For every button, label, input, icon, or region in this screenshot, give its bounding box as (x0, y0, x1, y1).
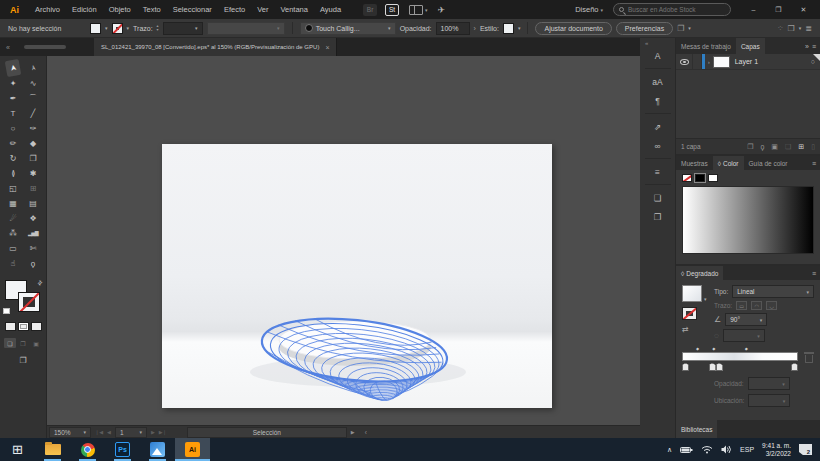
scrollbar-left-icon[interactable]: ‹ (365, 429, 367, 436)
delete-layer-icon[interactable]: ▯ (811, 143, 815, 151)
screen-mode-icon[interactable]: ❐ (19, 356, 26, 365)
menu-ver[interactable]: Ver (251, 5, 274, 14)
symbol-sprayer-tool[interactable]: ⁂ (5, 226, 21, 240)
pen-tool[interactable]: ✒ (5, 91, 21, 105)
layer-thumbnail[interactable] (713, 56, 730, 68)
status-expand-icon[interactable]: ▶ (351, 429, 355, 435)
artboard[interactable] (162, 144, 552, 408)
menu-ayuda[interactable]: Ayuda (314, 5, 347, 14)
gradient-stroke-proxy[interactable] (682, 307, 697, 320)
panel-cycle-icon[interactable]: ◊ (681, 270, 684, 277)
character-styles-panel-icon[interactable]: aA (645, 72, 671, 91)
opacity-panel-icon[interactable]: › (474, 25, 476, 32)
close-button[interactable]: ✕ (791, 0, 816, 19)
locate-object-icon[interactable]: ϙ (760, 143, 764, 150)
arrange-documents-icon[interactable] (409, 5, 423, 15)
hidden-icons-chevron[interactable]: ∧ (667, 446, 672, 454)
chevron-down-icon[interactable]: ▾ (195, 25, 198, 31)
chevron-down-icon[interactable]: ▾ (704, 296, 707, 302)
start-button[interactable]: ⊞ (0, 438, 35, 461)
tab-guia-de-color[interactable]: Guía de color (744, 156, 793, 170)
menu-archivo[interactable]: Archivo (29, 5, 66, 14)
fit-document-button[interactable]: Ajustar documento (535, 22, 611, 35)
gradient-button[interactable] (18, 322, 29, 331)
chevron-down-icon[interactable]: ▾ (83, 429, 86, 435)
character-panel-icon[interactable]: A (645, 46, 671, 65)
gradient-angle-dropdown[interactable]: 90° ▾ (725, 313, 767, 326)
chevron-down-icon[interactable]: ▾ (127, 25, 130, 31)
mesh-tool[interactable]: ▦ (5, 196, 21, 210)
grayscale-ramp[interactable] (682, 186, 814, 254)
bridge-icon[interactable]: Br (363, 4, 377, 16)
menu-ventana[interactable]: Ventana (274, 5, 314, 14)
zoom-level-dropdown[interactable]: 150% ▾ (49, 427, 91, 438)
chevron-down-icon[interactable]: ▾ (518, 25, 521, 31)
layer-name[interactable]: Layer 1 (735, 58, 758, 65)
blend-tool[interactable]: ❖ (25, 211, 41, 225)
chevron-down-icon[interactable]: ▾ (688, 25, 691, 31)
lasso-tool[interactable]: ∿ (25, 76, 41, 90)
scale-tool[interactable]: ◱ (5, 181, 21, 195)
tab-color[interactable]: ◊Color (713, 156, 744, 170)
illustrator-button[interactable]: Ai (175, 438, 210, 461)
default-fill-stroke-icon[interactable] (3, 308, 10, 314)
stepper-down-icon[interactable]: ▾ (157, 28, 159, 33)
stroke-swatch[interactable] (18, 292, 40, 312)
collect-for-export-icon[interactable]: ❐ (747, 143, 753, 151)
gradient-stop[interactable] (716, 363, 723, 371)
lock-cell[interactable] (692, 54, 702, 69)
chevron-down-icon[interactable]: ▾ (760, 317, 763, 323)
minimize-button[interactable]: – (741, 0, 766, 19)
language-indicator[interactable]: ESP (740, 446, 754, 453)
free-transform-tool[interactable]: ❐ (25, 151, 41, 165)
photoshop-button[interactable]: Ps (105, 438, 140, 461)
restore-button[interactable]: ❐ (766, 0, 791, 19)
collapse-dock-right-icon[interactable]: » (805, 43, 809, 50)
properties-panel-icon[interactable]: ≡ (645, 162, 671, 181)
draw-normal-mode[interactable]: ❏ (4, 338, 16, 348)
menu-texto[interactable]: Texto (137, 5, 167, 14)
expand-layer-icon[interactable]: › (708, 59, 710, 65)
wifi-icon[interactable] (701, 445, 713, 454)
workspace-grid-icon[interactable]: ⁘ (777, 24, 784, 33)
workspace-switcher[interactable]: Diseño (575, 5, 598, 14)
menu-efecto[interactable]: Efecto (218, 5, 251, 14)
close-document-icon[interactable]: × (325, 44, 329, 51)
speaker-icon[interactable] (721, 445, 732, 454)
panel-menu-icon[interactable]: ≡ (812, 43, 816, 50)
tab-muestras[interactable]: Muestras (676, 156, 713, 170)
make-clipping-mask-icon[interactable]: ▣ (771, 143, 778, 151)
first-artboard-icon[interactable]: ❘◀ (95, 429, 103, 435)
toolbar-drag-handle[interactable] (24, 45, 66, 49)
menu-edicion[interactable]: Edición (66, 5, 103, 14)
white-swatch[interactable] (708, 174, 718, 182)
paragraph-styles-panel-icon[interactable]: ¶ (645, 91, 671, 110)
next-artboard-icon[interactable]: ▶ (151, 429, 155, 435)
eyedropper-tool[interactable]: ☄ (5, 211, 21, 225)
reverse-gradient-icon[interactable]: ⇄ (682, 325, 689, 334)
gradient-type-dropdown[interactable]: Lineal ▾ (732, 285, 814, 298)
artboards-panel-icon[interactable]: ❐ (645, 207, 671, 226)
brush-definition-dropdown[interactable]: Touch Callig... ▾ (300, 22, 396, 35)
gradient-midpoint-icon[interactable]: ◆ (745, 346, 748, 351)
graph-tool[interactable]: ▂▅▇ (25, 226, 41, 240)
tab-bibliotecas[interactable]: Bibliotecas (676, 420, 717, 438)
collapse-toolbar-icon[interactable]: « (6, 44, 10, 51)
type-tool[interactable]: T (5, 106, 21, 120)
gradient-stop[interactable] (791, 363, 798, 371)
shaper-tool[interactable]: ✏ (5, 136, 21, 150)
share-icon[interactable]: ✈ (438, 5, 446, 15)
panel-menu-icon[interactable]: ≡ (812, 160, 816, 167)
photos-button[interactable] (140, 438, 175, 461)
swap-fill-stroke-icon[interactable]: ⇄ (35, 278, 44, 287)
gradient-midpoint-icon[interactable]: ◆ (712, 346, 715, 351)
preferences-button[interactable]: Preferencias (616, 22, 673, 35)
black-swatch[interactable] (695, 174, 705, 182)
ellipse-tool[interactable]: ○ (5, 121, 21, 135)
perspective-grid-tool[interactable]: ⊞ (25, 181, 41, 195)
new-sublayer-icon[interactable]: ❏ (785, 143, 791, 151)
stock-search-box[interactable] (613, 3, 731, 16)
stroke-weight-field[interactable]: ▾ (163, 22, 203, 35)
transform-panel-icon[interactable]: ❏ (645, 188, 671, 207)
status-field[interactable]: Selección (187, 427, 347, 438)
